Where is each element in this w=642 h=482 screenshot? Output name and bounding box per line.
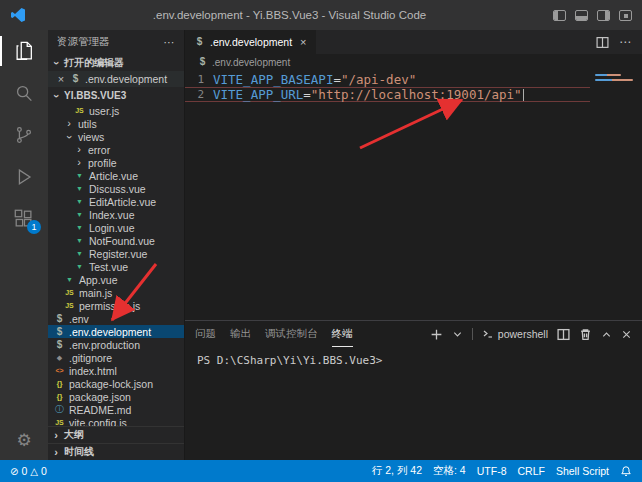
new-terminal-icon[interactable]	[430, 328, 443, 341]
panel-tab-debug-console[interactable]: 调试控制台	[265, 321, 318, 347]
tree-item[interactable]: {} package-lock.json	[48, 377, 184, 390]
terminal-prompt: PS D:\CSharp\Yi\Yi.BBS.Vue3>	[197, 354, 382, 367]
file-name: NotFound.vue	[89, 235, 155, 247]
language-mode[interactable]: Shell Script	[556, 465, 609, 477]
shell-icon: $	[54, 314, 65, 324]
search-icon	[13, 82, 35, 104]
line-number: 1	[185, 72, 213, 87]
close-icon[interactable]: ×	[300, 36, 306, 48]
section-project[interactable]: › YI.BBS.VUE3	[48, 87, 184, 104]
breadcrumb[interactable]: $ .env.development	[185, 54, 642, 70]
tree-item[interactable]: JS user.js	[48, 104, 184, 117]
activity-bar-explorer[interactable]	[0, 30, 48, 72]
split-terminal-icon[interactable]	[557, 328, 570, 341]
indentation-setting[interactable]: 空格: 4	[433, 464, 466, 478]
tree-item[interactable]: ▼ Login.vue	[48, 221, 184, 234]
chevron-right-icon: ›	[74, 144, 84, 155]
tree-item[interactable]: {} package.json	[48, 390, 184, 403]
js-icon: JS	[64, 302, 75, 309]
file-name: user.js	[89, 105, 119, 117]
close-icon[interactable]: ×	[56, 73, 66, 85]
trash-icon[interactable]	[579, 328, 592, 341]
code-editor[interactable]: 1VITE_APP_BASEAPI="/api-dev" 2VITE_APP_U…	[185, 70, 642, 320]
more-actions-icon[interactable]: ⋯	[164, 36, 176, 48]
tree-item[interactable]: ◆ .gitignore	[48, 351, 184, 364]
tree-item[interactable]: $ .env	[48, 312, 184, 325]
file-name: .env.development	[69, 326, 151, 338]
html-icon: <>	[54, 367, 65, 374]
shell-selector[interactable]: powershell	[482, 328, 548, 340]
tree-item[interactable]: › profile	[48, 156, 184, 169]
customize-layout-icon[interactable]	[619, 10, 632, 21]
panel-tab-problems[interactable]: 问题	[195, 321, 216, 347]
tree-item[interactable]: $ .env.development	[48, 325, 184, 338]
encoding-setting[interactable]: UTF-8	[477, 465, 507, 477]
split-editor-icon[interactable]	[596, 36, 609, 49]
tree-item[interactable]: JS vite.config.js	[48, 416, 184, 426]
tree-item[interactable]: ▼ Test.vue	[48, 260, 184, 273]
activity-bar-extensions[interactable]: 1	[0, 198, 48, 240]
eol-setting[interactable]: CRLF	[517, 465, 544, 477]
toggle-secondary-sidebar-icon[interactable]	[597, 10, 610, 21]
divider	[472, 328, 473, 340]
tree-item[interactable]: JS main.js	[48, 286, 184, 299]
tree-item[interactable]: › utils	[48, 117, 184, 130]
more-actions-icon[interactable]: ⋯	[619, 35, 632, 49]
minimap-line	[595, 74, 621, 76]
file-name: Register.vue	[89, 248, 147, 260]
section-timeline[interactable]: › 时间线	[48, 443, 184, 460]
editor-tab-env-development[interactable]: $ .env.development ×	[185, 30, 316, 54]
panel-actions: powershell	[430, 328, 632, 341]
tree-item[interactable]: ▼ Discuss.vue	[48, 182, 184, 195]
file-name: .gitignore	[69, 352, 112, 364]
activity-bar-search[interactable]	[0, 72, 48, 114]
chevron-down-icon[interactable]	[452, 329, 463, 340]
vue-icon: ▼	[74, 224, 85, 231]
tree-item[interactable]: $ .env.production	[48, 338, 184, 351]
activity-bar-source-control[interactable]	[0, 114, 48, 156]
text-cursor	[523, 89, 524, 101]
tree-item[interactable]: ▼ EditArticle.vue	[48, 195, 184, 208]
tree-item[interactable]: ▼ NotFound.vue	[48, 234, 184, 247]
problems-indicator[interactable]: ⊘ 0 △ 0	[10, 465, 47, 477]
file-name: profile	[88, 157, 117, 169]
tree-item[interactable]: › error	[48, 143, 184, 156]
assign-operator: =	[303, 87, 311, 102]
vscode-window: .env.development - Yi.BBS.Vue3 - Visual …	[0, 0, 642, 482]
activity-bar-settings[interactable]: ⚙	[0, 420, 48, 460]
panel-tab-output[interactable]: 输出	[230, 321, 251, 347]
tree-item[interactable]: ▼ App.vue	[48, 273, 184, 286]
tree-item[interactable]: ▼ Register.vue	[48, 247, 184, 260]
tree-item[interactable]: ▼ Index.vue	[48, 208, 184, 221]
notifications-bell[interactable]	[620, 465, 632, 477]
close-icon[interactable]	[621, 329, 632, 340]
panel-tab-terminal[interactable]: 终端	[332, 321, 353, 347]
terminal-icon	[482, 328, 494, 340]
toggle-panel-icon[interactable]	[575, 10, 588, 21]
layout-controls	[553, 10, 632, 21]
section-open-editors[interactable]: › 打开的编辑器	[48, 54, 184, 71]
panel-header: 问题 输出 调试控制台 终端	[185, 321, 642, 347]
shell-icon: $	[54, 327, 65, 337]
tree-item[interactable]: <> index.html	[48, 364, 184, 377]
json-icon: {}	[54, 393, 65, 401]
panel-tab-label: 调试控制台	[265, 327, 318, 341]
tree-item[interactable]: ⓘ README.md	[48, 403, 184, 416]
chevron-up-icon[interactable]	[601, 329, 612, 340]
open-editor-item[interactable]: × $ .env.development	[48, 71, 184, 87]
section-outline[interactable]: › 大纲	[48, 426, 184, 443]
workbench: 1 ⚙ 资源管理器 ⋯ › 打开的编辑器 × $ .env.developmen…	[0, 30, 642, 460]
tree-item[interactable]: JS permission.js	[48, 299, 184, 312]
activity-bar-run-debug[interactable]	[0, 156, 48, 198]
tree-item[interactable]: ▼ Article.vue	[48, 169, 184, 182]
chevron-down-icon: ›	[51, 91, 62, 101]
cursor-position[interactable]: 行 2, 列 42	[372, 464, 422, 478]
minimap[interactable]	[592, 72, 640, 192]
chevron-right-icon: ›	[64, 118, 74, 129]
env-key: VITE_APP_BASEAPI	[213, 72, 333, 87]
toggle-sidebar-icon[interactable]	[553, 10, 566, 21]
terminal-content[interactable]: PS D:\CSharp\Yi\Yi.BBS.Vue3>	[185, 347, 642, 460]
info-icon: ⓘ	[54, 405, 65, 414]
file-name: Login.vue	[89, 222, 135, 234]
tree-item[interactable]: › views	[48, 130, 184, 143]
